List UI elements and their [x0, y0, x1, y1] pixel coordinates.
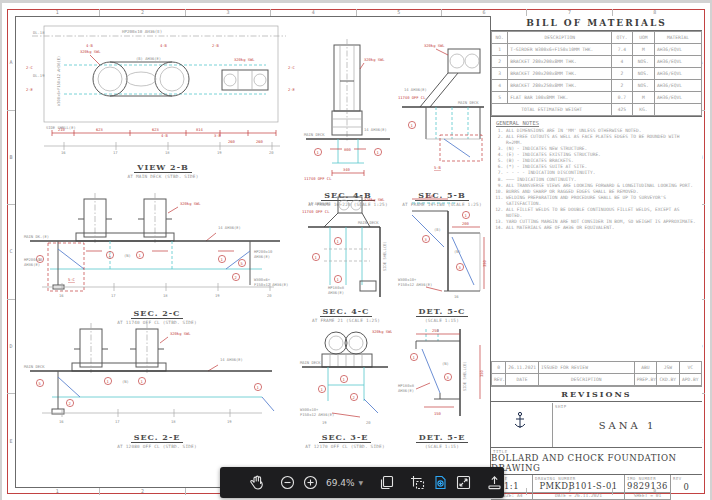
view-det-5e: SIDE SHELL(E) 250 350 150 1 3 (N) HP180x…: [396, 321, 488, 450]
view-title: SEC. 2-E: [131, 433, 184, 443]
svg-text:3: 3: [447, 375, 449, 380]
bom-row: 2BRACKET 280x200x8MM THK. 4NOS. AH36/EQV…: [492, 56, 702, 68]
bom-total-row: TOTAL ESTIMATED WEIGHT 425 KG.: [492, 104, 702, 116]
svg-text:4-B: 4-B: [161, 133, 169, 138]
svg-text:320kg SWL: 320kg SWL: [424, 43, 445, 48]
sec-2e-sketch: 320kg SWL 14 AH36(E) MAIN DECK 5 2 1 1: [22, 321, 292, 425]
view-subtitle: AT 12170 OFF CL (STBD. SIDE): [298, 444, 392, 450]
svg-text:350: 350: [479, 369, 484, 377]
title-block: SHIP SANA 1 TITLE BOLLARD AND CHOCK FOUN…: [491, 403, 702, 488]
svg-text:3: 3: [459, 265, 461, 270]
svg-text:19: 19: [322, 420, 327, 425]
svg-text:250: 250: [432, 328, 440, 333]
view-title: SEC. 3-E: [319, 433, 372, 443]
svg-text:MAIN DECK: MAIN DECK: [300, 360, 321, 365]
title-cell: TITLE BOLLARD AND CHOCK FOUNDATION DRAWI…: [491, 448, 702, 475]
svg-text:DL.18: DL.18: [33, 30, 45, 35]
svg-text:20: 20: [269, 150, 274, 155]
fit-screen-icon: [456, 475, 471, 490]
pages-button[interactable]: [379, 472, 394, 494]
svg-text:17: 17: [115, 419, 120, 424]
svg-text:14 AH36(E): 14 AH36(E): [308, 201, 331, 206]
svg-text:14 AH36(E): 14 AH36(E): [404, 87, 427, 92]
svg-text:800: 800: [344, 147, 352, 152]
svg-text:20: 20: [267, 293, 272, 298]
revision-row: 0 26.11.2021 ISSUED FOR REVIEW ABU JSW V…: [492, 362, 702, 374]
imo-number-cell: IMO NUMBER 9829136: [625, 475, 671, 493]
svg-text:20: 20: [366, 420, 371, 425]
svg-text:260: 260: [256, 139, 264, 144]
imo-number-value: 9829136: [627, 481, 668, 491]
svg-text:MAIN DECK: MAIN DECK: [358, 220, 379, 225]
svg-text:MAIN DECK: MAIN DECK: [24, 364, 45, 369]
svg-text:1: 1: [317, 150, 320, 155]
view-title: DET. 5-E: [416, 433, 469, 443]
svg-text:1: 1: [337, 277, 340, 282]
svg-text:(B): (B): [434, 227, 441, 232]
view-2b-plan: DL.18 DL.19 HP200x10 AH36(E) (B) AH36(E)…: [24, 21, 302, 180]
svg-text:MAIN DECK: MAIN DECK: [304, 132, 325, 137]
svg-text:2-E: 2-E: [26, 87, 34, 92]
zoom-level-value: 69.4%: [326, 478, 355, 488]
svg-text:4-B: 4-B: [86, 43, 94, 48]
view-sec-4c: 320kg SWL MAIN DECK 14 AH36(E) 11740 OFF…: [300, 193, 392, 324]
svg-text:1: 1: [221, 257, 224, 262]
svg-text:5: 5: [241, 261, 243, 266]
upload-button[interactable]: [487, 472, 502, 494]
cursor-icon: [229, 475, 242, 490]
view-sec-3e: 320kg SWL MAIN DECK 1 1 2 W300x10+ F150x…: [298, 321, 392, 450]
rev-cell: REV 0: [671, 475, 702, 500]
svg-text:2-C: 2-C: [26, 65, 33, 70]
fit-screen-button[interactable]: [456, 472, 471, 494]
svg-text:SIDE SHELL(E): SIDE SHELL(E): [382, 241, 387, 271]
svg-text:1: 1: [315, 255, 318, 260]
svg-text:AH36(E): AH36(E): [24, 262, 40, 267]
sec-4c-sketch: 320kg SWL MAIN DECK 14 AH36(E) 11740 OFF…: [300, 193, 392, 299]
svg-text:1: 1: [321, 387, 324, 392]
svg-text:18: 18: [165, 150, 170, 155]
svg-text:MAIN DK.(E): MAIN DK.(E): [24, 234, 49, 239]
svg-text:1: 1: [337, 239, 340, 244]
svg-text:1: 1: [465, 213, 468, 218]
select-cursor-button[interactable]: [229, 472, 242, 494]
revision-header-row: REV. DATE DESCRIPTION PREP.BY CKD.BY APD…: [492, 374, 702, 386]
hand-icon: [250, 475, 264, 490]
svg-text:1: 1: [139, 253, 142, 258]
pan-hand-button[interactable]: [250, 472, 264, 494]
sec-3e-sketch: 320kg SWL MAIN DECK 1 1 2 W300x10+ F150x…: [298, 321, 392, 425]
svg-text:200: 200: [462, 221, 470, 226]
grid-labels-left: ABCDE: [7, 16, 15, 488]
svg-text:1: 1: [413, 355, 416, 360]
zoom-in-icon: [303, 475, 318, 490]
svg-text:(B) AH36(E): (B) AH36(E): [136, 56, 161, 61]
view-title: VIEW 2-B: [134, 163, 191, 173]
svg-text:19: 19: [227, 419, 232, 424]
zoom-level-dropdown[interactable]: 69.4% ▼: [326, 478, 363, 488]
svg-text:16: 16: [59, 419, 64, 424]
crop-page-button[interactable]: [410, 472, 425, 494]
svg-text:1: 1: [257, 385, 260, 390]
chevron-down-icon: ▼: [359, 479, 364, 486]
svg-text:320kg SWL: 320kg SWL: [372, 329, 392, 334]
svg-text:AH36(E): AH36(E): [328, 290, 344, 295]
title-label: TITLE: [493, 449, 508, 454]
svg-text:5: 5: [39, 381, 41, 386]
zoom-out-button[interactable]: [280, 472, 295, 494]
svg-text:AH36(E): AH36(E): [254, 254, 270, 259]
drawing-number-cell: DRAWING NUMBER PMKDB101-S-01: [533, 475, 625, 493]
svg-text:F150x12 AH36(E): F150x12 AH36(E): [254, 282, 288, 287]
svg-text:3: 3: [425, 237, 427, 242]
svg-text:14 AH36(E): 14 AH36(E): [220, 357, 243, 362]
logo-graphic: [496, 408, 548, 442]
revisions-title: REVISIONS: [491, 386, 702, 402]
svg-text:16: 16: [454, 294, 459, 299]
svg-text:MAIN DECK: MAIN DECK: [458, 100, 479, 105]
scale-value: 1:1: [504, 481, 519, 491]
view-title: DET. 5-C: [416, 307, 469, 317]
vector-view-button[interactable]: [433, 472, 448, 494]
drawing-sheet: 12345678 12345678 ABCDE ABCDE DL.18 DL.1…: [2, 3, 710, 500]
svg-text:260: 260: [228, 139, 236, 144]
zoom-in-button[interactable]: [303, 472, 318, 494]
svg-text:1: 1: [377, 150, 380, 155]
pages-icon: [379, 475, 394, 490]
